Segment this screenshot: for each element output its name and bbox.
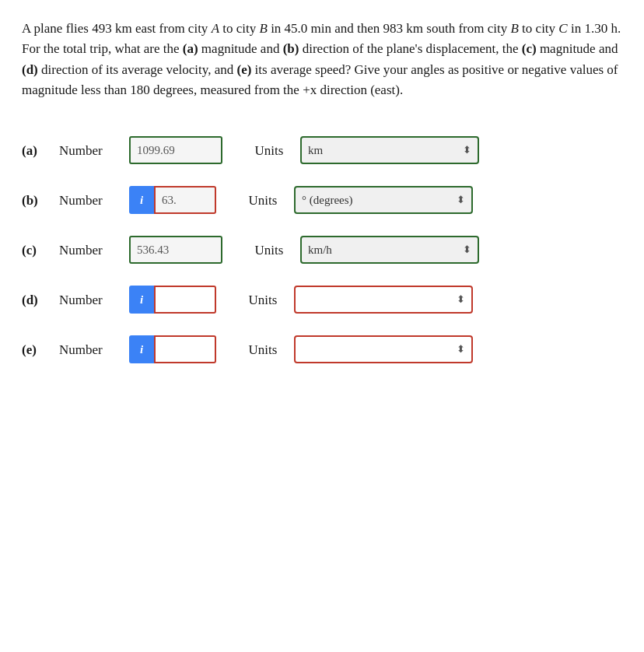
part-label-4: (e) [22,340,59,360]
answer-row-d: (d)NumberiUnits° (degrees)radkm/hm/s [22,275,622,324]
number-input-3[interactable] [154,286,216,314]
number-label-0: Number [59,141,129,161]
units-label-0: Units [238,141,300,161]
units-select-0[interactable]: kmmmi [300,136,479,164]
units-select-wrapper-3: ° (degrees)radkm/hm/s [294,286,473,314]
answer-row-c: (c)NumberUnitskm/hm/smi/h [22,225,622,275]
problem-text: A plane flies 493 km east from city A to… [22,19,622,100]
info-button-1[interactable]: i [129,186,154,214]
number-label-2: Number [59,240,129,261]
units-label-4: Units [232,340,294,360]
input-group-2 [129,236,222,264]
units-select-3[interactable]: ° (degrees)radkm/hm/s [294,286,473,314]
number-input-1[interactable] [154,186,216,214]
units-label-1: Units [232,191,294,211]
input-group-1: i [129,186,216,214]
units-select-wrapper-1: ° (degrees)rad [294,186,473,214]
units-select-wrapper-0: kmmmi [300,136,479,164]
units-label-2: Units [238,240,300,261]
answers-section: (a)NumberUnitskmmmi(b)NumberiUnits° (deg… [22,125,622,374]
number-label-3: Number [59,290,129,310]
units-select-wrapper-4: km/hm/smi/h [294,335,473,363]
units-select-4[interactable]: km/hm/smi/h [294,335,473,363]
units-select-2[interactable]: km/hm/smi/h [300,236,479,264]
answer-row-e: (e)NumberiUnitskm/hm/smi/h [22,324,622,374]
input-group-4: i [129,335,216,363]
number-label-4: Number [59,340,129,360]
input-group-3: i [129,286,216,314]
units-select-wrapper-2: km/hm/smi/h [300,236,479,264]
number-input-2[interactable] [129,236,222,264]
answer-row-a: (a)NumberUnitskmmmi [22,125,622,175]
answer-row-b: (b)NumberiUnits° (degrees)rad [22,175,622,225]
info-button-4[interactable]: i [129,335,154,363]
units-select-1[interactable]: ° (degrees)rad [294,186,473,214]
input-group-0 [129,136,222,164]
info-button-3[interactable]: i [129,286,154,314]
number-label-1: Number [59,191,129,211]
part-label-3: (d) [22,290,59,310]
part-label-1: (b) [22,191,59,211]
number-input-4[interactable] [154,335,216,363]
part-label-0: (a) [22,141,59,161]
units-label-3: Units [232,290,294,310]
part-label-2: (c) [22,240,59,261]
number-input-0[interactable] [129,136,222,164]
